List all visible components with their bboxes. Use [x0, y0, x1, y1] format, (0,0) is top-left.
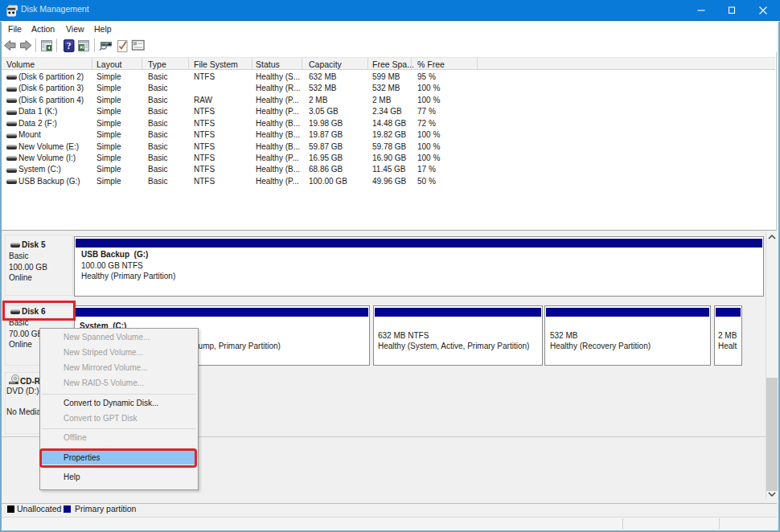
svg-text:?: ?	[67, 41, 72, 51]
